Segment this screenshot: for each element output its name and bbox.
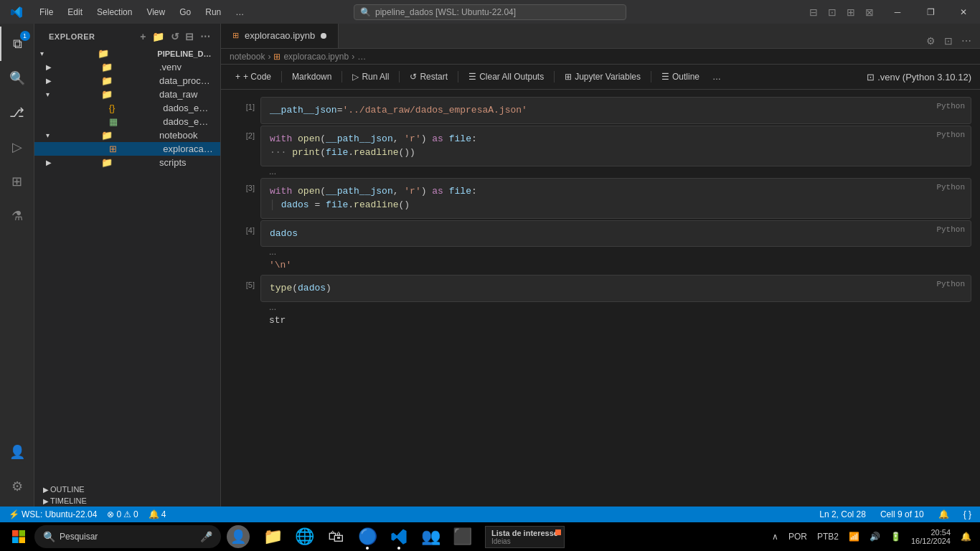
edit-menu[interactable]: Edit: [60, 0, 90, 24]
more-menu[interactable]: …: [228, 0, 251, 24]
more-actions-icon[interactable]: ⋯: [199, 29, 212, 44]
notification-title: Lista de interesse: [491, 529, 558, 537]
cell-1-code[interactable]: Python __path__json='../data_raw/dados_e…: [260, 97, 971, 124]
source-control-activity-icon[interactable]: ⎇: [0, 95, 34, 130]
clear-all-button[interactable]: ☰ Clear All Outputs: [463, 70, 550, 84]
toolbar-more-button[interactable]: …: [707, 70, 727, 84]
settings-activity-icon[interactable]: ⚙: [0, 469, 34, 504]
wifi-icon: 📶: [849, 532, 859, 542]
system-tray[interactable]: ∧: [769, 530, 781, 543]
position-indicator[interactable]: Ln 2, Col 28: [816, 509, 869, 519]
notification-bell[interactable]: 🔔: [936, 509, 952, 519]
cell-3-gutter: [3]: [221, 178, 260, 219]
notification-toast[interactable]: Lista de interesse Ideias: [485, 526, 565, 548]
collapse-all-icon[interactable]: ⊟: [184, 29, 196, 44]
sidebar-item-scripts[interactable]: ▶ 📁 scripts: [34, 156, 220, 169]
taskbar-app-explorer[interactable]: 📁: [258, 522, 287, 551]
taskbar-search[interactable]: 🔍 Pesquisar 🎤: [34, 525, 221, 548]
outline-section[interactable]: ▶ OUTLINE: [34, 484, 220, 495]
restart-button[interactable]: ↺ Restart: [404, 70, 453, 84]
info-indicator[interactable]: 🔔 4: [146, 509, 169, 519]
cell-4-code[interactable]: Python dados: [260, 220, 971, 248]
exploracao-tab[interactable]: ⊞ exploracao.ipynb: [221, 23, 339, 48]
cell-5-code[interactable]: Python type(dados): [260, 275, 971, 302]
breadcrumb-file[interactable]: exploracao.ipynb: [283, 52, 349, 62]
battery-icon[interactable]: 🔋: [887, 530, 904, 543]
cell-5-output: str: [260, 312, 971, 329]
outline-button[interactable]: ☰ Outline: [656, 70, 705, 84]
notebook-content[interactable]: [1] Python __path__json='../data_raw/dad…: [221, 90, 980, 507]
cell-label: Cell 9 of 10: [880, 509, 924, 519]
folder-scripts-icon: 📁: [101, 157, 156, 168]
sidebar-item-data-processed[interactable]: ▶ 📁 data_processed: [34, 74, 220, 88]
start-button[interactable]: [6, 524, 32, 550]
go-menu[interactable]: Go: [172, 0, 198, 24]
root-folder[interactable]: ▾ 📁 PIPELINE_DADOS [WSL: UBUNTU-22.04]: [34, 47, 220, 60]
taskbar-clock[interactable]: 20:54 16/12/2024: [908, 527, 953, 547]
jupyter-vars-button[interactable]: ⊞ Jupyter Variables: [559, 70, 646, 84]
split-editor-icon[interactable]: ⊡: [941, 34, 956, 48]
editor-settings-icon[interactable]: ⚙: [923, 34, 938, 48]
kernel-info[interactable]: ⊡ .venv (Python 3.10.12): [867, 72, 971, 83]
run-debug-activity-icon[interactable]: ▷: [0, 130, 34, 164]
taskbar-app-edge[interactable]: 🌐: [290, 522, 319, 551]
refresh-icon[interactable]: ↺: [169, 29, 182, 44]
selection-menu[interactable]: Selection: [90, 0, 139, 24]
cell-2-code[interactable]: Python with open(__path__json, 'r') as f…: [260, 126, 971, 166]
battery-indicator: 🔋: [890, 532, 901, 542]
tray-chevron-icon: ∧: [772, 532, 778, 542]
breadcrumb-more[interactable]: …: [357, 52, 366, 62]
sidebar-item-dados-json[interactable]: {} dados_empresaA.json: [34, 101, 220, 115]
cell-2-body: Python with open(__path__json, 'r') as f…: [260, 126, 971, 176]
taskbar-app-vscode[interactable]: [385, 522, 413, 551]
network-icon[interactable]: 📶: [846, 530, 862, 543]
taskbar-user-avatar[interactable]: 👤: [227, 525, 250, 548]
file-menu[interactable]: File: [32, 0, 60, 24]
markdown-button[interactable]: Markdown: [286, 70, 337, 84]
new-file-icon[interactable]: +: [138, 29, 148, 44]
taskbar-app-teams[interactable]: 👥: [416, 522, 445, 551]
chrome-active-dot: [366, 547, 369, 550]
maximize-button[interactable]: ❐: [914, 0, 947, 24]
extensions-activity-icon[interactable]: ⊞: [0, 164, 34, 199]
minimize-button[interactable]: ─: [881, 0, 914, 24]
errors-indicator[interactable]: ⊗ 0 ⚠ 0: [104, 509, 141, 519]
panel-layout-icon[interactable]: ⊡: [824, 4, 841, 21]
add-code-button[interactable]: + + Code: [230, 70, 277, 84]
breadcrumb-notebook[interactable]: notebook: [230, 52, 265, 62]
sidebar-right-icon[interactable]: ⊞: [842, 4, 859, 21]
cell-3-code[interactable]: Python with open(__path__json, 'r') as f…: [260, 178, 971, 219]
wsl-indicator[interactable]: ⚡ WSL: Ubuntu-22.04: [6, 509, 100, 519]
split-layout-icon[interactable]: ⊠: [861, 4, 878, 21]
cell-indicator[interactable]: Cell 9 of 10: [877, 509, 927, 519]
editor-more-icon[interactable]: ⋯: [958, 34, 974, 48]
taskbar-app-store[interactable]: 🛍: [321, 522, 350, 551]
sidebar-item-dados-csv[interactable]: ▦ dados_empresaB.csv: [34, 115, 220, 128]
sidebar-item-exploracao[interactable]: ⊞ exploracao.ipynb: [34, 142, 220, 156]
keyboard-indicator[interactable]: PTB2: [814, 530, 842, 543]
new-folder-icon[interactable]: 📁: [151, 29, 166, 44]
accounts-activity-icon[interactable]: 👤: [0, 435, 34, 469]
bracket-pair-icon: { }: [963, 509, 971, 519]
notification-center-icon[interactable]: 🔔: [958, 530, 974, 543]
lang-indicator[interactable]: POR: [786, 530, 810, 543]
testing-activity-icon[interactable]: ⚗: [0, 199, 34, 233]
bracket-pair-indicator[interactable]: { }: [961, 509, 974, 519]
title-search-bar[interactable]: 🔍 pipeline_dados [WSL: Ubuntu-22.04]: [354, 4, 626, 20]
close-button[interactable]: ✕: [947, 0, 980, 24]
run-all-button[interactable]: ▷ Run All: [347, 70, 395, 84]
taskbar-app-chrome[interactable]: 🔵: [353, 522, 382, 551]
timeline-section[interactable]: ▶ TIMELINE: [34, 495, 220, 507]
toolbar-separator-5: [554, 71, 555, 83]
search-activity-icon[interactable]: 🔍: [0, 61, 34, 95]
layout-icon[interactable]: ⊟: [805, 4, 822, 21]
view-menu[interactable]: View: [139, 0, 172, 24]
volume-icon[interactable]: 🔊: [867, 530, 883, 543]
sidebar-item-notebook[interactable]: ▾ 📁 notebook: [34, 128, 220, 142]
sidebar-item-venv[interactable]: ▶ 📁 .venv: [34, 60, 220, 74]
run-menu[interactable]: Run: [198, 0, 228, 24]
run-all-icon: ▷: [352, 72, 359, 82]
explorer-activity-icon[interactable]: ⧉ 1: [0, 27, 34, 61]
taskbar-app-terminal[interactable]: ⬛: [448, 522, 476, 551]
sidebar-item-data-raw[interactable]: ▾ 📁 data_raw: [34, 88, 220, 101]
